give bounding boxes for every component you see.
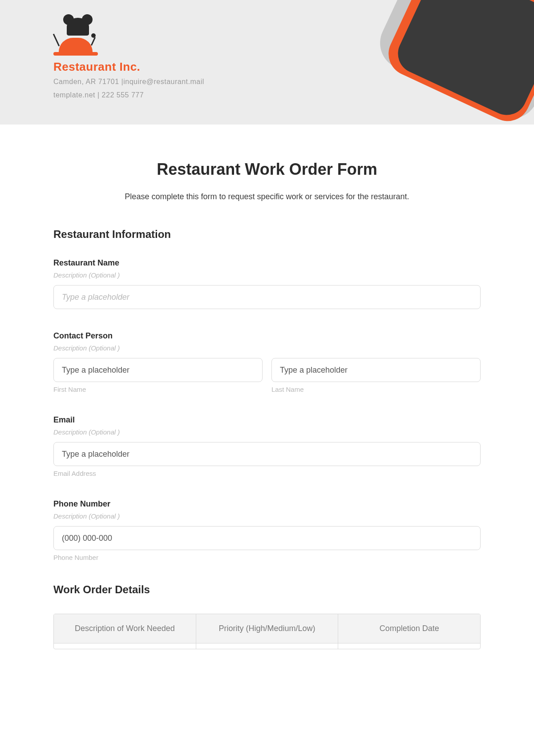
phone-desc: Description (Optional ) [53,512,481,520]
work-order-table: Description of Work Needed Priority (Hig… [53,614,481,649]
contact-person-label: Contact Person [53,331,481,341]
col-priority: Priority (High/Medium/Low) [196,614,339,643]
section-restaurant-info-heading: Restaurant Information [53,228,481,241]
restaurant-logo-icon [53,18,98,56]
brand-address: Camden, AR 71701 |inquire@restaurant.mai… [53,76,204,87]
header-banner: Restaurant Inc. Camden, AR 71701 |inquir… [0,0,534,125]
field-contact-person: Contact Person Description (Optional ) F… [53,331,481,393]
restaurant-name-input[interactable] [53,285,481,309]
email-desc: Description (Optional ) [53,428,481,436]
email-sublabel: Email Address [53,470,481,477]
email-label: Email [53,415,481,425]
brand-block: Restaurant Inc. Camden, AR 71701 |inquir… [53,18,204,101]
last-name-sublabel: Last Name [271,386,481,393]
form-intro: Please complete this form to request spe… [53,192,481,201]
email-input[interactable] [53,442,481,466]
decor-shape-dark [392,0,534,121]
table-row [54,643,480,649]
table-cell[interactable] [338,643,480,649]
phone-label: Phone Number [53,499,481,509]
restaurant-name-desc: Description (Optional ) [53,271,481,279]
table-header-row: Description of Work Needed Priority (Hig… [54,614,480,643]
phone-input[interactable] [53,526,481,550]
contact-person-desc: Description (Optional ) [53,344,481,352]
brand-name: Restaurant Inc. [53,60,204,74]
field-restaurant-name: Restaurant Name Description (Optional ) [53,258,481,309]
table-cell[interactable] [54,643,196,649]
field-email: Email Description (Optional ) Email Addr… [53,415,481,477]
table-cell[interactable] [196,643,339,649]
col-description: Description of Work Needed [54,614,196,643]
field-phone: Phone Number Description (Optional ) Pho… [53,499,481,561]
first-name-input[interactable] [53,358,263,382]
form-content: Restaurant Work Order Form Please comple… [0,125,534,667]
brand-contact: template.net | 222 555 777 [53,90,204,101]
col-completion-date: Completion Date [338,614,480,643]
last-name-input[interactable] [271,358,481,382]
first-name-sublabel: First Name [53,386,263,393]
section-work-order-heading: Work Order Details [53,583,481,596]
phone-sublabel: Phone Number [53,554,481,561]
restaurant-name-label: Restaurant Name [53,258,481,268]
form-title: Restaurant Work Order Form [53,160,481,179]
